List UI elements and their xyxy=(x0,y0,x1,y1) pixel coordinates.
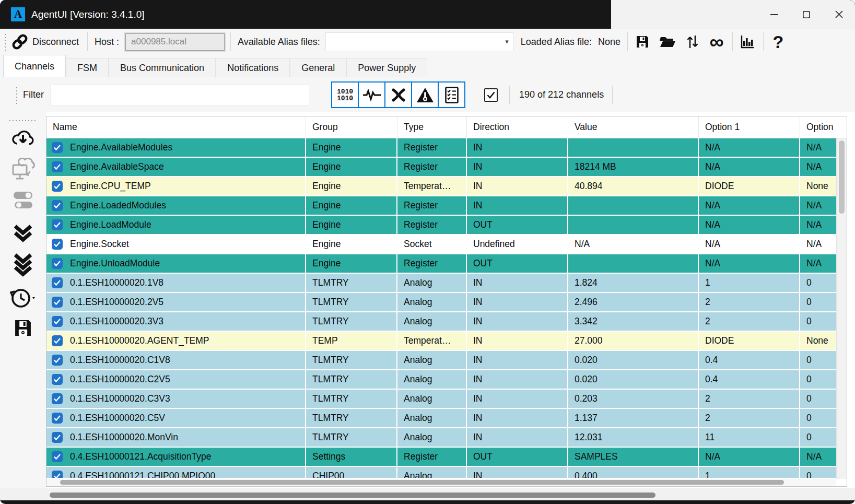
column-header-type[interactable]: Type xyxy=(397,116,467,138)
table-row[interactable]: 0.1.ESH10000020.3V3TLMTRYAnalogIN3.34220 xyxy=(46,312,847,331)
bar-chart-icon[interactable] xyxy=(737,31,758,52)
table-row[interactable]: Engine.AvailableSpaceEngineRegisterIN182… xyxy=(46,158,847,176)
column-header-option-1[interactable]: Option 1 xyxy=(699,116,800,138)
toggles-icon[interactable] xyxy=(8,189,38,213)
side-toolbar-grip[interactable] xyxy=(8,120,38,122)
filter-toolbar-grip[interactable] xyxy=(16,86,18,104)
cloud-download-icon[interactable] xyxy=(8,126,38,150)
row-checkbox[interactable] xyxy=(52,316,63,327)
infinity-icon[interactable]: ∞ xyxy=(706,31,727,52)
table-row[interactable]: 0.1.ESH10000020.MonVinTLMTRYAnalogIN12.0… xyxy=(46,428,847,447)
register-checklist-icon[interactable] xyxy=(438,81,465,108)
tab-bus-communication[interactable]: Bus Communication xyxy=(109,58,216,77)
save-icon[interactable] xyxy=(632,31,653,52)
column-header-name[interactable]: Name xyxy=(46,116,306,138)
chevron-down-icon: ▾ xyxy=(505,38,509,45)
open-folder-icon[interactable] xyxy=(657,31,678,52)
table-row[interactable]: 0.4.ESH10000121.CHIP00.MPIO00CHIP00Analo… xyxy=(46,467,847,478)
filter-input[interactable] xyxy=(50,85,309,106)
temperature-warning-icon[interactable] xyxy=(411,81,439,108)
column-header-group[interactable]: Group xyxy=(306,116,397,138)
row-checkbox[interactable] xyxy=(52,374,63,385)
tab-fsm[interactable]: FSM xyxy=(66,58,109,77)
table-row[interactable]: Engine.LoadedModulesEngineRegisterINN/AN… xyxy=(46,196,847,215)
horizontal-scrollbar[interactable] xyxy=(46,479,836,486)
separator xyxy=(627,32,628,51)
table-row[interactable]: 0.1.ESH10000020.C2V5TLMTRYAnalogIN0.0200… xyxy=(46,370,847,389)
cell-group: Engine xyxy=(306,138,397,157)
row-checkbox[interactable] xyxy=(52,451,63,462)
row-checkbox[interactable] xyxy=(52,239,63,250)
vertical-scrollbar[interactable] xyxy=(836,138,847,479)
horizontal-scrollbar-thumb[interactable] xyxy=(60,480,784,485)
vertical-scrollbar-thumb[interactable] xyxy=(839,140,845,214)
row-checkbox[interactable] xyxy=(52,142,63,153)
cell-type: Register xyxy=(397,216,467,234)
row-checkbox[interactable] xyxy=(52,393,63,404)
column-header-direction[interactable]: Direction xyxy=(467,116,568,138)
table-row[interactable]: Engine.SocketEngineSocketUndefinedN/AN/A… xyxy=(46,235,847,253)
sort-arrows-icon[interactable] xyxy=(682,31,703,52)
row-checkbox[interactable] xyxy=(52,181,63,192)
help-icon[interactable]: ? xyxy=(768,31,789,52)
row-checkbox[interactable] xyxy=(52,219,63,230)
cell-direction: OUT xyxy=(467,216,568,234)
column-header-option-2[interactable]: Option 2 xyxy=(800,116,836,138)
row-checkbox[interactable] xyxy=(52,355,63,366)
table-header: NameGroupTypeDirectionValueOption 1Optio… xyxy=(46,116,847,138)
column-header-value[interactable]: Value xyxy=(568,116,699,138)
select-all-checkbox[interactable] xyxy=(484,88,498,102)
row-checkbox[interactable] xyxy=(52,277,63,288)
side-toolbar xyxy=(0,112,46,488)
close-icon[interactable] xyxy=(823,0,855,29)
table-row[interactable]: 0.1.ESH10000020.2V5TLMTRYAnalogIN2.49620 xyxy=(46,293,847,311)
row-checkbox[interactable] xyxy=(52,335,63,346)
tab-channels[interactable]: Channels xyxy=(3,55,66,77)
row-checkbox[interactable] xyxy=(52,471,63,478)
separator xyxy=(230,32,231,51)
table-row[interactable]: 0.1.ESH10000020.C3V3TLMTRYAnalogIN0.2032… xyxy=(46,390,847,408)
maximize-button[interactable] xyxy=(790,0,823,29)
tab-general[interactable]: General xyxy=(290,58,346,77)
table-row[interactable]: 0.4.ESH10000121.AcquisitionTypeSettingsR… xyxy=(46,448,847,466)
table-row[interactable]: 0.1.ESH10000020.C5VTLMTRYAnalogIN1.13720 xyxy=(46,409,847,427)
row-checkbox[interactable] xyxy=(52,432,63,443)
toolbar-grip[interactable] xyxy=(4,33,6,51)
table-row[interactable]: 0.1.ESH10000020.C1V8TLMTRYAnalogIN0.0200… xyxy=(46,351,847,369)
save-icon[interactable] xyxy=(8,316,38,340)
tab-notifications[interactable]: Notifications xyxy=(216,58,290,77)
collapse-double-chevron-icon[interactable] xyxy=(8,222,38,246)
table-row[interactable]: Engine.LoadModuleEngineRegisterOUTN/AN/A xyxy=(46,216,847,234)
host-input[interactable] xyxy=(125,33,225,51)
cell-name: 0.4.ESH10000121.AcquisitionType xyxy=(46,448,306,466)
disconnect-button[interactable]: Disconnect xyxy=(32,37,79,48)
history-icon[interactable] xyxy=(8,286,38,310)
table-row[interactable]: 0.1.ESH10000020.AGENT_TEMPTEMPTemperat…I… xyxy=(46,332,847,350)
digital-binary-icon[interactable]: 10101010 xyxy=(331,81,359,108)
app-window: A AgentUI [Version: 3.4.1.0] Disconnect … xyxy=(0,0,855,504)
window-bottom-scrollbar-thumb[interactable] xyxy=(50,493,655,498)
app-logo-icon: A xyxy=(11,7,25,21)
window-bottom-scrollbar[interactable] xyxy=(0,488,855,500)
cell-value: 0.020 xyxy=(568,351,699,369)
tab-power-supply[interactable]: Power Supply xyxy=(346,58,427,77)
cell-type: Register xyxy=(397,448,467,466)
alias-files-combobox[interactable]: ▾ xyxy=(325,32,513,51)
row-checkbox[interactable] xyxy=(52,258,63,269)
table-row[interactable]: Engine.UnloadModuleEngineRegisterOUTN/AN… xyxy=(46,254,847,273)
row-checkbox[interactable] xyxy=(52,297,63,308)
cell-option1: 11 xyxy=(699,428,800,447)
table-row[interactable]: Engine.AvailableModulesEngineRegisterINN… xyxy=(46,138,847,157)
row-checkbox[interactable] xyxy=(52,200,63,211)
socket-burst-icon[interactable] xyxy=(384,81,412,108)
minimize-button[interactable] xyxy=(758,0,790,29)
remote-sync-icon[interactable] xyxy=(8,157,38,181)
collapse-triple-chevron-icon[interactable] xyxy=(8,253,38,277)
cell-value: 18214 MB xyxy=(568,158,699,176)
table-row[interactable]: Engine.CPU_TEMPEngineTemperat…IN40.894DI… xyxy=(46,177,847,195)
analog-waveform-icon[interactable] xyxy=(358,81,385,108)
row-checkbox[interactable] xyxy=(52,413,63,424)
cell-value: 0.203 xyxy=(568,390,699,408)
row-checkbox[interactable] xyxy=(52,161,63,172)
table-row[interactable]: 0.1.ESH10000020.1V8TLMTRYAnalogIN1.82410 xyxy=(46,274,847,292)
